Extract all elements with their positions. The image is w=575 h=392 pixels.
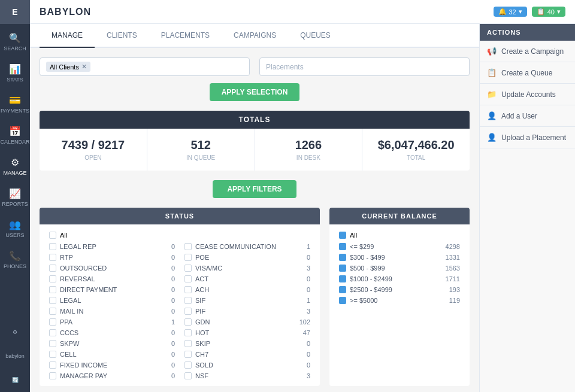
status-checkbox[interactable] bbox=[49, 275, 56, 282]
tab-clients[interactable]: CLIENTS bbox=[95, 24, 149, 48]
remove-client-tag[interactable]: ✕ bbox=[81, 63, 87, 71]
tab-manage[interactable]: MANAGE bbox=[40, 24, 95, 48]
status-row-left[interactable]: MAIL IN0 bbox=[44, 306, 180, 317]
sidebar-settings[interactable]: ⚙ bbox=[0, 320, 30, 344]
status-row-right[interactable]: GDN102 bbox=[180, 317, 315, 327]
status-row-right[interactable]: HOT47 bbox=[180, 327, 315, 338]
status-checkbox[interactable] bbox=[184, 275, 192, 282]
status-all-checkbox[interactable] bbox=[49, 232, 56, 239]
status-row-left[interactable]: OUTSOURCED0 bbox=[44, 263, 180, 274]
status-row-left[interactable]: DIRECT PAYMENT0 bbox=[44, 284, 180, 295]
balance-checkbox[interactable] bbox=[339, 265, 346, 272]
notification-count: 32 bbox=[509, 8, 516, 16]
status-row-left[interactable]: CCCS0 bbox=[44, 327, 180, 338]
action-item[interactable]: 👤Upload a Placement bbox=[480, 127, 575, 148]
status-row-left[interactable]: CELL0 bbox=[44, 349, 180, 360]
status-row-left[interactable]: MANAGER PAY0 bbox=[44, 370, 180, 381]
status-checkbox[interactable] bbox=[49, 308, 56, 315]
action-item[interactable]: 📢Create a Campaign bbox=[480, 41, 575, 62]
action-item[interactable]: 📋Create a Queue bbox=[480, 62, 575, 84]
status-row-right[interactable]: ACT0 bbox=[180, 274, 315, 284]
balance-row[interactable]: $1000 - $24991711 bbox=[334, 274, 465, 284]
balance-checkbox[interactable] bbox=[339, 286, 346, 293]
balance-row[interactable]: <= $2994298 bbox=[334, 241, 465, 252]
status-row-right[interactable]: VISA/MC3 bbox=[180, 263, 315, 274]
client-filter[interactable]: All Clients ✕ bbox=[40, 57, 250, 76]
status-checkbox[interactable] bbox=[184, 286, 192, 293]
status-checkbox[interactable] bbox=[49, 340, 56, 347]
balance-checkbox[interactable] bbox=[339, 243, 346, 250]
status-checkbox[interactable] bbox=[49, 372, 56, 379]
placement-filter[interactable]: Placements bbox=[259, 57, 470, 76]
status-checkbox[interactable] bbox=[49, 351, 56, 358]
status-checkbox[interactable] bbox=[184, 308, 192, 315]
status-checkbox[interactable] bbox=[184, 329, 192, 336]
status-checkbox[interactable] bbox=[184, 340, 192, 347]
balance-checkbox[interactable] bbox=[339, 275, 346, 282]
status-row-right[interactable]: CH70 bbox=[180, 349, 315, 360]
sidebar-item-phones[interactable]: 📞 PHONES bbox=[0, 244, 30, 275]
balance-row[interactable]: $2500 - $4999193 bbox=[334, 284, 465, 295]
status-checkbox[interactable] bbox=[49, 297, 56, 304]
status-checkbox[interactable] bbox=[184, 351, 192, 358]
status-checkbox[interactable] bbox=[184, 297, 192, 304]
tab-placements[interactable]: PLACEMENTS bbox=[149, 24, 222, 48]
apply-selection-button[interactable]: APPLY SELECTION bbox=[210, 83, 300, 101]
action-item[interactable]: 📁Update Accounts bbox=[480, 84, 575, 105]
status-row-left[interactable]: FIXED INCOME0 bbox=[44, 360, 180, 370]
status-checkbox[interactable] bbox=[49, 243, 56, 250]
status-row-left[interactable]: RTP0 bbox=[44, 252, 180, 263]
balance-all-row[interactable]: All bbox=[334, 229, 465, 241]
status-checkbox[interactable] bbox=[184, 372, 192, 379]
chevron-down-icon2: ▾ bbox=[557, 8, 561, 16]
status-row-right[interactable]: PIF3 bbox=[180, 306, 315, 317]
status-row-right[interactable]: NSF3 bbox=[180, 370, 315, 381]
sidebar-item-users[interactable]: 👥 USERS bbox=[0, 213, 30, 244]
status-row-right[interactable]: POE0 bbox=[180, 252, 315, 263]
sidebar-label-manage: MANAGE bbox=[3, 170, 26, 176]
status-row-left[interactable]: LEGAL0 bbox=[44, 295, 180, 306]
status-row-left[interactable]: LEGAL REP0 bbox=[44, 241, 180, 252]
sidebar-item-stats[interactable]: 📊 STATS bbox=[0, 57, 30, 89]
status-checkbox[interactable] bbox=[184, 254, 192, 261]
balance-row[interactable]: $300 - $4991331 bbox=[334, 252, 465, 263]
sidebar-refresh[interactable]: 🔄 bbox=[0, 368, 30, 392]
balance-all-checkbox[interactable] bbox=[339, 232, 346, 239]
status-checkbox[interactable] bbox=[49, 361, 56, 369]
status-row-right[interactable]: SIF1 bbox=[180, 295, 315, 306]
action-icon: 📢 bbox=[487, 47, 497, 56]
status-checkbox[interactable] bbox=[184, 361, 192, 369]
status-row-left[interactable]: REVERSAL0 bbox=[44, 274, 180, 284]
sidebar-item-search[interactable]: 🔍 SEARCH bbox=[0, 26, 30, 57]
apply-filters-button[interactable]: APPLY FILTERS bbox=[213, 180, 296, 198]
status-row-left[interactable]: SKPW0 bbox=[44, 338, 180, 349]
app-logo: E bbox=[0, 0, 30, 24]
status-checkbox[interactable] bbox=[184, 318, 192, 326]
notification-badge[interactable]: 🔔 32 ▾ bbox=[494, 7, 527, 17]
status-row-left[interactable]: PPA1 bbox=[44, 317, 180, 327]
status-checkbox[interactable] bbox=[184, 243, 192, 250]
balance-checkbox[interactable] bbox=[339, 297, 346, 304]
sidebar-item-reports[interactable]: 📈 REPORTS bbox=[0, 182, 30, 213]
sidebar-item-payments[interactable]: 💳 PAYMENTS bbox=[0, 89, 30, 120]
status-row-right[interactable]: ACH0 bbox=[180, 284, 315, 295]
balance-row[interactable]: $500 - $9991563 bbox=[334, 263, 465, 274]
tasks-badge[interactable]: 📋 40 ▾ bbox=[532, 7, 565, 17]
balance-row[interactable]: >= $5000119 bbox=[334, 295, 465, 306]
status-row-right[interactable]: CEASE COMMUNICATION1 bbox=[180, 241, 315, 252]
status-checkbox[interactable] bbox=[49, 329, 56, 336]
tab-campaigns[interactable]: CAMPAIGNS bbox=[222, 24, 288, 48]
status-checkbox[interactable] bbox=[49, 286, 56, 293]
sidebar-item-calendar[interactable]: 📅 CALENDAR bbox=[0, 120, 30, 151]
status-checkbox[interactable] bbox=[49, 254, 56, 261]
action-item[interactable]: 👤Add a User bbox=[480, 105, 575, 127]
tab-queues[interactable]: QUEUES bbox=[288, 24, 343, 48]
status-row-right[interactable]: SKIP0 bbox=[180, 338, 315, 349]
status-row-right[interactable]: SOLD0 bbox=[180, 360, 315, 370]
sidebar-item-manage[interactable]: ⚙ MANAGE bbox=[0, 151, 30, 182]
status-checkbox[interactable] bbox=[49, 318, 56, 326]
status-all-row[interactable]: All bbox=[44, 229, 315, 241]
status-checkbox[interactable] bbox=[49, 265, 56, 272]
balance-checkbox[interactable] bbox=[339, 254, 346, 261]
status-checkbox[interactable] bbox=[184, 265, 192, 272]
